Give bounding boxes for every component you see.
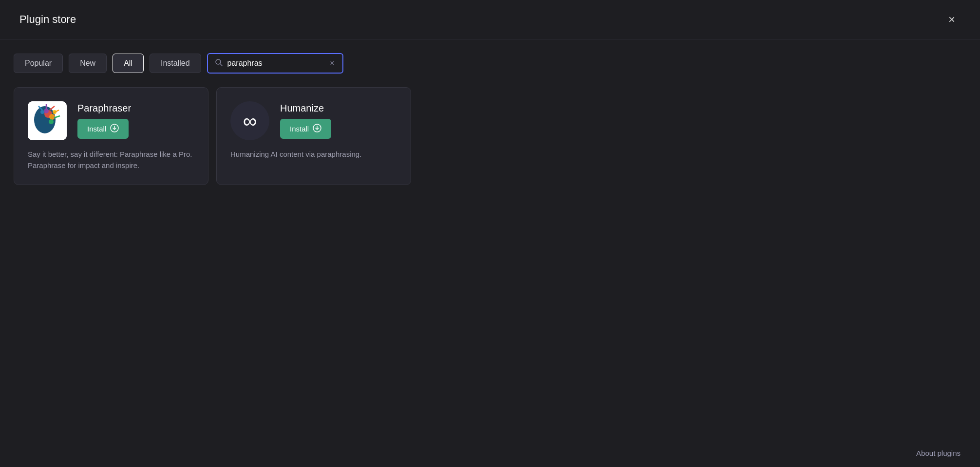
search-box: × (207, 53, 343, 74)
plugin-humanize-header: ∞ Humanize Install (230, 101, 397, 140)
svg-point-8 (40, 110, 44, 114)
plugin-paraphraser-icon (28, 101, 67, 140)
svg-line-1 (220, 64, 222, 66)
download-icon (110, 124, 119, 134)
plugin-paraphraser-install-button[interactable]: Install (77, 119, 129, 139)
infinity-icon: ∞ (243, 110, 257, 132)
plugin-humanize-name: Humanize (280, 103, 331, 114)
download-icon-humanize (313, 124, 321, 134)
plugin-paraphraser-name: Paraphraser (77, 103, 131, 114)
svg-point-5 (49, 114, 55, 120)
plugin-store-modal: Plugin store × Popular New All Installed… (0, 0, 980, 467)
plugin-paraphraser-info: Paraphraser Install (77, 103, 131, 139)
svg-point-6 (49, 119, 54, 124)
plugin-paraphraser-header: Paraphraser Install (28, 101, 194, 140)
plugin-humanize-icon: ∞ (230, 101, 269, 140)
modal-title: Plugin store (19, 13, 76, 26)
modal-header: Plugin store × (0, 0, 980, 39)
installed-filter-button[interactable]: Installed (150, 54, 201, 73)
plugin-paraphraser-description: Say it better, say it different: Paraphr… (28, 149, 194, 171)
plugin-card-humanize: ∞ Humanize Install (216, 87, 411, 185)
search-icon (215, 58, 223, 68)
plugins-grid: Paraphraser Install Say it better, sa (0, 83, 980, 189)
modal-footer: About plugins (0, 439, 980, 467)
plugin-card-paraphraser: Paraphraser Install Say it better, sa (14, 87, 208, 185)
plugin-humanize-description: Humanizing AI content via paraphrasing. (230, 149, 397, 160)
close-button[interactable]: × (943, 11, 961, 28)
search-clear-button[interactable]: × (329, 58, 335, 69)
plugin-humanize-install-button[interactable]: Install (280, 119, 331, 139)
search-input[interactable] (227, 59, 324, 68)
about-plugins-link[interactable]: About plugins (916, 449, 961, 457)
new-filter-button[interactable]: New (69, 54, 107, 73)
plugin-humanize-info: Humanize Install (280, 103, 331, 139)
popular-filter-button[interactable]: Popular (14, 54, 63, 73)
filter-toolbar: Popular New All Installed × (0, 39, 980, 83)
svg-point-7 (44, 109, 49, 113)
all-filter-button[interactable]: All (113, 54, 144, 73)
